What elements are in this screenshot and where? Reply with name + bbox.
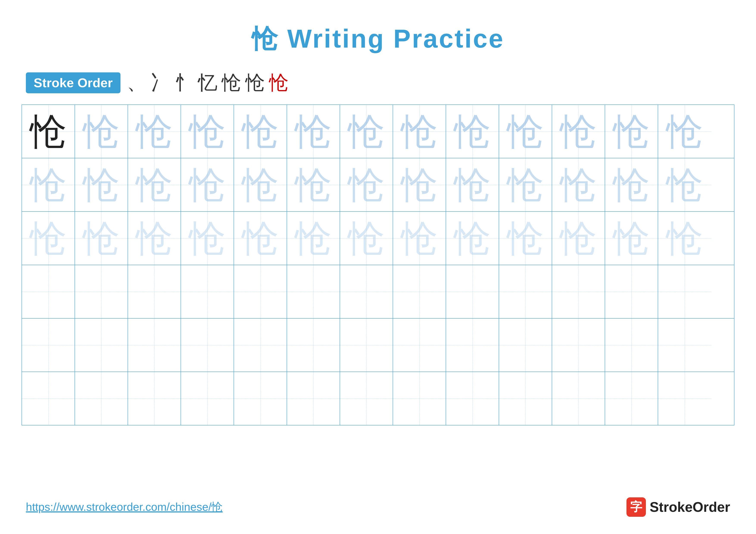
cell-4-9[interactable]	[446, 265, 499, 318]
footer: https://www.strokeorder.com/chinese/怆 字 …	[0, 497, 756, 517]
cell-2-11: 怆	[552, 158, 605, 211]
char-solid: 怆	[30, 113, 67, 150]
cell-3-7: 怆	[340, 212, 393, 265]
cell-4-11[interactable]	[552, 265, 605, 318]
cell-4-13[interactable]	[658, 265, 711, 318]
cell-5-8[interactable]	[393, 318, 446, 371]
stroke-1: 、	[127, 69, 146, 96]
stroke-order-badge: Stroke Order	[26, 72, 121, 93]
cell-1-6: 怆	[287, 105, 340, 158]
cell-5-11[interactable]	[552, 318, 605, 371]
cell-1-13: 怆	[658, 105, 711, 158]
cell-5-7[interactable]	[340, 318, 393, 371]
page-title: 怆 Writing Practice	[0, 0, 756, 57]
stroke-6: 怆	[245, 69, 265, 96]
cell-6-7[interactable]	[340, 372, 393, 425]
cell-1-9: 怆	[446, 105, 499, 158]
cell-3-10: 怆	[499, 212, 552, 265]
cell-4-6[interactable]	[287, 265, 340, 318]
cell-6-9[interactable]	[446, 372, 499, 425]
cell-2-5: 怆	[234, 158, 287, 211]
cell-5-2[interactable]	[75, 318, 128, 371]
stroke-2: 冫	[150, 69, 170, 96]
cell-3-12: 怆	[605, 212, 658, 265]
cell-6-5[interactable]	[234, 372, 287, 425]
cell-5-4[interactable]	[181, 318, 234, 371]
cell-6-6[interactable]	[287, 372, 340, 425]
stroke-7-final: 怆	[269, 69, 288, 96]
cell-3-5: 怆	[234, 212, 287, 265]
cell-6-8[interactable]	[393, 372, 446, 425]
cell-2-12: 怆	[605, 158, 658, 211]
cell-6-1[interactable]	[22, 372, 75, 425]
cell-1-4: 怆	[181, 105, 234, 158]
cell-4-3[interactable]	[128, 265, 181, 318]
grid-row-4	[22, 265, 734, 318]
practice-grid: 怆 怆 怆 怆 怆 怆 怆 怆 怆 怆 怆 怆	[21, 105, 735, 425]
cell-3-4: 怆	[181, 212, 234, 265]
cell-1-7: 怆	[340, 105, 393, 158]
cell-2-2: 怆	[75, 158, 128, 211]
stroke-order-section: Stroke Order 、 冫 忄 忆 怆 怆 怆	[26, 69, 730, 96]
cell-4-4[interactable]	[181, 265, 234, 318]
cell-6-12[interactable]	[605, 372, 658, 425]
cell-2-8: 怆	[393, 158, 446, 211]
cell-4-7[interactable]	[340, 265, 393, 318]
cell-3-11: 怆	[552, 212, 605, 265]
cell-5-1[interactable]	[22, 318, 75, 371]
cell-2-9: 怆	[446, 158, 499, 211]
cell-4-5[interactable]	[234, 265, 287, 318]
cell-3-1: 怆	[22, 212, 75, 265]
cell-5-13[interactable]	[658, 318, 711, 371]
footer-logo: 字 StrokeOrder	[627, 497, 730, 517]
cell-2-3: 怆	[128, 158, 181, 211]
cell-5-12[interactable]	[605, 318, 658, 371]
cell-3-6: 怆	[287, 212, 340, 265]
stroke-5: 怆	[222, 69, 241, 96]
cell-2-1: 怆	[22, 158, 75, 211]
cell-4-2[interactable]	[75, 265, 128, 318]
stroke-sequence: 、 冫 忄 忆 怆 怆 怆	[127, 69, 288, 96]
title-text: 怆 Writing Practice	[252, 24, 504, 53]
cell-1-5: 怆	[234, 105, 287, 158]
cell-1-10: 怆	[499, 105, 552, 158]
cell-5-5[interactable]	[234, 318, 287, 371]
stroke-3: 忄	[174, 69, 194, 96]
grid-row-6	[22, 372, 734, 425]
cell-4-12[interactable]	[605, 265, 658, 318]
cell-6-11[interactable]	[552, 372, 605, 425]
cell-2-4: 怆	[181, 158, 234, 211]
cell-4-8[interactable]	[393, 265, 446, 318]
cell-1-1: 怆	[22, 105, 75, 158]
footer-logo-text: StrokeOrder	[650, 499, 730, 515]
footer-url[interactable]: https://www.strokeorder.com/chinese/怆	[26, 499, 223, 515]
cell-6-10[interactable]	[499, 372, 552, 425]
cell-5-6[interactable]	[287, 318, 340, 371]
cell-6-4[interactable]	[181, 372, 234, 425]
cell-5-10[interactable]	[499, 318, 552, 371]
cell-1-8: 怆	[393, 105, 446, 158]
cell-3-2: 怆	[75, 212, 128, 265]
cell-2-13: 怆	[658, 158, 711, 211]
cell-6-3[interactable]	[128, 372, 181, 425]
cell-1-3: 怆	[128, 105, 181, 158]
grid-row-3: 怆 怆 怆 怆 怆 怆 怆 怆 怆 怆 怆 怆	[22, 212, 734, 265]
strokeorder-logo-icon: 字	[627, 497, 646, 517]
cell-3-8: 怆	[393, 212, 446, 265]
cell-4-1[interactable]	[22, 265, 75, 318]
cell-6-2[interactable]	[75, 372, 128, 425]
cell-6-13[interactable]	[658, 372, 711, 425]
cell-2-6: 怆	[287, 158, 340, 211]
cell-4-10[interactable]	[499, 265, 552, 318]
grid-row-5	[22, 318, 734, 372]
cell-2-10: 怆	[499, 158, 552, 211]
cell-5-9[interactable]	[446, 318, 499, 371]
cell-5-3[interactable]	[128, 318, 181, 371]
cell-1-2: 怆	[75, 105, 128, 158]
cell-3-9: 怆	[446, 212, 499, 265]
cell-2-7: 怆	[340, 158, 393, 211]
cell-3-3: 怆	[128, 212, 181, 265]
grid-row-1: 怆 怆 怆 怆 怆 怆 怆 怆 怆 怆 怆 怆	[22, 105, 734, 158]
cell-3-13: 怆	[658, 212, 711, 265]
stroke-4: 忆	[198, 69, 217, 96]
